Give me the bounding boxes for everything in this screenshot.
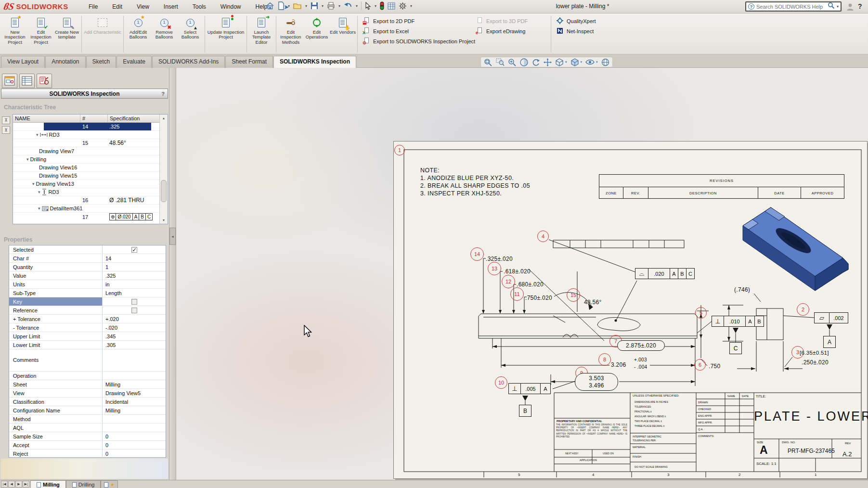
- prop-value[interactable]: 0: [103, 432, 166, 441]
- dim-angle[interactable]: 48.56°: [584, 299, 602, 306]
- first-sheet-icon[interactable]: |◀: [1, 481, 8, 488]
- select-caret-icon[interactable]: ▾: [375, 4, 376, 8]
- print-icon[interactable]: [327, 2, 335, 10]
- collapse-all-icon[interactable]: ⊼: [2, 116, 10, 124]
- last-sheet-icon[interactable]: ▶|: [23, 481, 29, 488]
- prev-sheet-icon[interactable]: ◀: [8, 481, 15, 488]
- view-orientation-icon[interactable]: [555, 58, 564, 66]
- dim-750-right[interactable]: .750: [709, 363, 721, 370]
- edit-vendors-button[interactable]: ✋ Edit Vendors: [330, 14, 356, 54]
- fcf-flatness-2[interactable]: ▱ .002: [814, 312, 848, 323]
- scroll-up-icon[interactable]: ▲: [160, 115, 168, 122]
- dim-250[interactable]: .250±.020: [802, 359, 829, 366]
- menu-edit[interactable]: Edit: [110, 2, 124, 11]
- selected-checkbox[interactable]: ✓: [131, 247, 137, 253]
- open-icon[interactable]: [293, 2, 302, 10]
- status-capsule-icon[interactable]: [380, 1, 384, 10]
- balloon-14[interactable]: 14: [470, 247, 484, 261]
- edit-operations-button[interactable]: Edit Operations: [304, 14, 330, 54]
- tab-evaluate[interactable]: Evaluate: [117, 56, 152, 68]
- tree-col-num[interactable]: #: [80, 115, 108, 122]
- pan-icon[interactable]: [544, 58, 552, 66]
- prop-value[interactable]: [103, 415, 166, 424]
- balloon-15[interactable]: 15: [567, 288, 580, 302]
- prop-value[interactable]: in: [103, 280, 166, 289]
- tree-row-char-15[interactable]: 15 48.56°: [13, 139, 160, 147]
- tree-row-drawing-view16[interactable]: Drawing View16: [13, 164, 160, 172]
- prop-value[interactable]: .325: [103, 271, 166, 280]
- balloon-13[interactable]: 13: [488, 262, 501, 275]
- balloon-12[interactable]: 12: [502, 275, 515, 288]
- menu-view[interactable]: View: [135, 2, 151, 11]
- prop-value[interactable]: 14: [103, 254, 166, 263]
- zoom-fit-icon[interactable]: [484, 58, 492, 66]
- menu-file[interactable]: File: [87, 2, 100, 11]
- tab-annotation[interactable]: Annotation: [45, 56, 85, 68]
- balloon-5[interactable]: 5: [695, 307, 707, 319]
- open-caret-icon[interactable]: ▾: [305, 4, 307, 8]
- tree-row-char-16[interactable]: 16 Ø .281 THRU: [13, 196, 160, 205]
- zoom-in-out-icon[interactable]: [508, 58, 517, 66]
- launch-template-editor-button[interactable]: ➜ Launch Template Editor: [248, 14, 274, 54]
- menu-window[interactable]: Window: [219, 2, 243, 11]
- add-sheet-button[interactable]: ★: [101, 480, 117, 488]
- dim-3503-capsule[interactable]: 3.503 3.496: [575, 373, 618, 391]
- display-style-icon[interactable]: [570, 58, 579, 66]
- prop-value[interactable]: .305: [103, 341, 166, 349]
- new-inspection-project-button[interactable]: ★ New Inspection Project: [2, 14, 28, 54]
- panel-tab-table-icon[interactable]: [19, 74, 35, 88]
- balloon-2[interactable]: 2: [797, 303, 809, 316]
- help-icon[interactable]: ?: [858, 2, 862, 10]
- panel-tab-drawing-icon[interactable]: [2, 74, 17, 88]
- prop-value[interactable]: .345: [103, 332, 166, 341]
- balloon-10[interactable]: 10: [495, 376, 507, 389]
- prop-value[interactable]: [103, 424, 166, 432]
- balloon-4[interactable]: 4: [537, 231, 549, 242]
- tree-row-drawing-view7[interactable]: Drawing View7: [13, 147, 160, 155]
- tree-row-drilling[interactable]: ▾ Drilling: [13, 155, 160, 164]
- dim-746-ref[interactable]: (.746): [734, 286, 750, 293]
- dim-750[interactable]: .750±.020: [525, 295, 552, 301]
- dim-325[interactable]: .325±.020: [486, 256, 513, 262]
- tree-row-char-17[interactable]: 17 ⊕ Ø.020 A B C: [13, 213, 160, 221]
- tree-col-name[interactable]: NAME: [13, 115, 80, 122]
- tab-solidworks-inspection[interactable]: SOLIDWORKS Inspection: [273, 56, 356, 68]
- tree-row-rd3-vertical[interactable]: ▾ RD3: [13, 188, 160, 196]
- prop-value[interactable]: Drawing View5: [103, 389, 166, 398]
- panel-splitter[interactable]: ◄: [169, 68, 176, 480]
- search-caret-icon[interactable]: ▾: [837, 4, 839, 9]
- zoom-area-icon[interactable]: [496, 58, 505, 66]
- prop-value[interactable]: [103, 349, 166, 372]
- section-view-icon[interactable]: [520, 58, 528, 66]
- prop-value[interactable]: 1: [103, 263, 166, 271]
- prop-value[interactable]: Milling: [103, 406, 166, 415]
- menu-insert[interactable]: Insert: [162, 2, 180, 11]
- options-caret-icon[interactable]: ▾: [410, 4, 412, 8]
- user-account-icon[interactable]: [846, 3, 854, 13]
- tree-row-char-14[interactable]: 14.325: [13, 123, 160, 131]
- tab-sheet-format[interactable]: Sheet Format: [225, 56, 273, 68]
- select-cursor-icon[interactable]: [365, 2, 371, 10]
- panel-collapse-handle[interactable]: ◄: [169, 228, 176, 245]
- menu-tools[interactable]: Tools: [191, 2, 208, 11]
- update-inspection-project-button[interactable]: Update Inspection Project: [207, 14, 245, 54]
- scene-globe-icon[interactable]: [601, 58, 609, 66]
- tree-col-spec[interactable]: Specification: [108, 115, 160, 122]
- rotate-view-icon[interactable]: [531, 58, 540, 66]
- tab-solidworks-add-ins[interactable]: SOLIDWORKS Add-Ins: [152, 56, 225, 68]
- select-balloons-button[interactable]: 1▲ Select Balloons: [177, 14, 203, 54]
- expand-all-icon[interactable]: ⊻: [2, 126, 10, 134]
- tree-row-rd3[interactable]: ▾ RD3: [13, 131, 160, 139]
- fcf-perpendicularity-10[interactable]: ⊥ .005 A: [508, 383, 551, 394]
- options-gear-icon[interactable]: [399, 2, 407, 10]
- table-icon[interactable]: [388, 2, 395, 10]
- edit-inspection-project-button[interactable]: ✔ Edit Inspection Project: [28, 14, 54, 54]
- tree-scrollbar[interactable]: ▲ ▼: [159, 115, 168, 224]
- export-edrawing-button[interactable]: e Export eDrawing: [476, 27, 545, 35]
- net-inspect-button[interactable]: Net-Inspect: [557, 27, 611, 35]
- scroll-down-icon[interactable]: ▼: [160, 217, 168, 224]
- next-sheet-icon[interactable]: ▶: [15, 481, 22, 488]
- undo-caret-icon[interactable]: ▾: [356, 4, 358, 8]
- remove-balloons-button[interactable]: 1✖ Remove Balloons: [151, 14, 177, 54]
- edit-inspection-methods-button[interactable]: Edit Inspection Methods: [278, 14, 304, 54]
